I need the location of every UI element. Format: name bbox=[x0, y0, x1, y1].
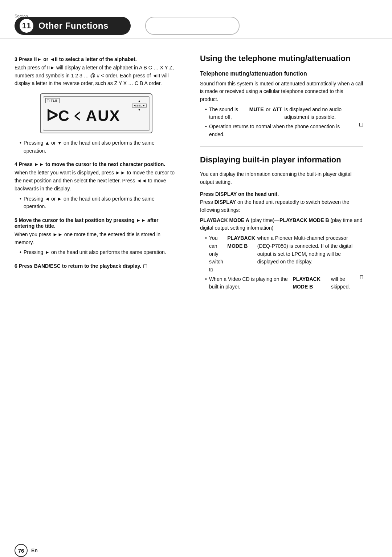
display-image: TITLE ▲ ◄SEL► ▼ ᐅC﹤AUX bbox=[40, 93, 152, 133]
footer: 76 En bbox=[15, 544, 38, 557]
bullet1-text: Pressing ▲ or ▼ on the head unit also pe… bbox=[20, 139, 178, 155]
display-title-tag: TITLE bbox=[45, 98, 60, 103]
footer-en: En bbox=[31, 548, 38, 553]
right-bullet3: You can only switch to PLAYBACK MODE B w… bbox=[205, 234, 363, 274]
display-sel-label: ◄SEL► bbox=[132, 104, 146, 108]
bullet2-text: Pressing ◄ or ► on the head unit also pe… bbox=[20, 195, 178, 211]
step5-heading: 5 Move the cursor to the last position b… bbox=[15, 217, 178, 229]
display-sel: ▲ ◄SEL► ▼ bbox=[132, 100, 146, 112]
page: Section 11 Other Functions 3 Press II► o… bbox=[0, 10, 392, 557]
section-number: 11 bbox=[20, 19, 33, 33]
right-bullet2: Operation returns to normal when the pho… bbox=[205, 123, 363, 138]
step-display-body: Press DISPLAY on the head unit repeatedl… bbox=[200, 198, 363, 214]
right-column: Using the telephone muting/attenuation T… bbox=[189, 46, 377, 300]
bullet4-end-square bbox=[360, 275, 363, 279]
section-badge: 11 Other Functions bbox=[15, 17, 131, 35]
step6-heading: 6 Press BAND/ESC to return to the playba… bbox=[15, 263, 178, 269]
display-sel-down: ▼ bbox=[138, 108, 141, 112]
header: 11 Other Functions bbox=[0, 10, 392, 39]
step3-heading: 3 Press II► or ◄II to select a letter of… bbox=[15, 56, 178, 62]
right-bullet1: The sound is turned off, MUTE or ATT is … bbox=[205, 106, 363, 121]
display-inner: TITLE ▲ ◄SEL► ▼ ᐅC﹤AUX bbox=[43, 96, 150, 131]
section-label: Section bbox=[15, 14, 28, 18]
bullet2-end-square bbox=[359, 123, 363, 126]
content-columns: 3 Press II► or ◄II to select a letter of… bbox=[0, 39, 392, 300]
step-display-heading: Press DISPLAY on the head unit. bbox=[200, 191, 363, 197]
section1-sub: Telephone muting/attenuation function bbox=[200, 70, 363, 77]
left-column: 3 Press II► or ◄II to select a letter of… bbox=[0, 46, 189, 300]
display-sel-up: ▲ bbox=[138, 100, 141, 103]
page-number: 76 bbox=[15, 544, 28, 557]
section-title: Other Functions bbox=[38, 21, 109, 31]
step4-body: When the letter you want is displayed, p… bbox=[15, 169, 178, 193]
section2-title: Displaying built-in player information bbox=[200, 155, 363, 165]
bullet3-text: Pressing ► on the head unit also perform… bbox=[20, 249, 178, 257]
section1-body: Sound from this system is muted or atten… bbox=[200, 80, 363, 104]
header-right-box bbox=[145, 17, 240, 35]
step5-body: When you press ►► one more time, the ent… bbox=[15, 231, 178, 246]
step6-end-square bbox=[143, 265, 147, 268]
display-main-text: ᐅC﹤AUX bbox=[46, 106, 121, 126]
divider1 bbox=[200, 146, 363, 147]
step4-heading: 4 Press ►► to move the cursor to the nex… bbox=[15, 161, 178, 167]
section1-title: Using the telephone muting/attenuation bbox=[200, 53, 363, 64]
playback-mode-text: PLAYBACK MODE A (play time)—PLAYBACK MOD… bbox=[200, 217, 363, 232]
step3-body: Each press of II► will display a letter … bbox=[15, 64, 178, 88]
right-bullet4: When a Video CD is playing on the built-… bbox=[205, 275, 363, 291]
section2-body: You can display the information concerni… bbox=[200, 170, 363, 186]
